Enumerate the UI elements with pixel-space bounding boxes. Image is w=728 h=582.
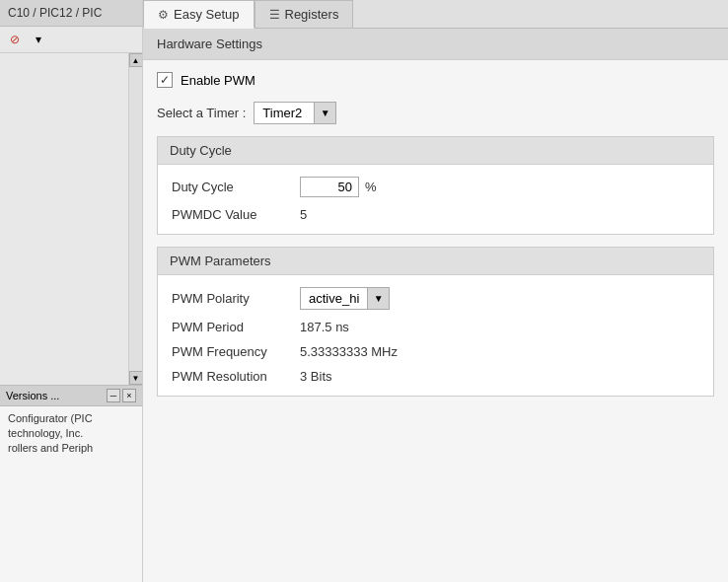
duty-cycle-body: Duty Cycle % PWMDC Value 5 [158,165,713,234]
select-timer-row: Select a Timer : Timer2 ▼ [157,102,714,124]
enable-pwm-checkbox[interactable] [157,72,173,88]
pwm-polarity-label: PWM Polarity [172,291,300,306]
hardware-settings-header: Hardware Settings [143,29,728,60]
enable-pwm-label: Enable PWM [181,73,255,88]
registers-icon: ☰ [269,8,280,22]
timer-dropdown-arrow[interactable]: ▼ [314,103,335,123]
duty-cycle-unit: % [365,180,377,194]
timer-dropdown-value: Timer2 [255,103,314,123]
pwm-resolution-value: 3 Bits [300,369,332,384]
duty-cycle-label: Duty Cycle [172,180,300,194]
tab-easy-setup-label: Easy Setup [174,7,240,22]
sidebar-scrollbar[interactable]: ▲ ▼ [128,53,142,385]
gear-icon: ⚙ [158,8,169,22]
pwm-resolution-label: PWM Resolution [172,369,300,384]
duty-cycle-row: Duty Cycle % [172,177,699,197]
versions-line1: Configurator (PIC [8,412,134,424]
pwm-parameters-box: PWM Parameters PWM Polarity active_hi ▼ … [157,247,714,397]
sidebar-top-label: C10 / PIC12 / PIC [0,0,142,27]
versions-panel: Versions ... ─ × Configurator (PIC techn… [0,385,142,582]
pwmdc-label: PWMDC Value [172,207,300,222]
polarity-dropdown[interactable]: active_hi ▼ [300,287,390,310]
tab-registers[interactable]: ☰ Registers [255,0,354,28]
pwm-parameters-body: PWM Polarity active_hi ▼ PWM Period 187.… [158,275,713,396]
select-timer-label: Select a Timer : [157,106,246,120]
tab-registers-label: Registers [285,7,339,22]
versions-title: Versions ... [6,390,59,401]
versions-titlebar: Versions ... ─ × [0,386,142,406]
pwm-period-value: 187.5 ns [300,320,349,334]
dropdown-arrow-icon[interactable]: ▾ [28,29,49,50]
pwm-frequency-label: PWM Frequency [172,344,300,359]
titlebar-controls: ─ × [107,389,136,402]
pwmdc-value: 5 [300,207,307,222]
sidebar-icon-row: ⊘ ▾ [0,27,142,53]
duty-cycle-input[interactable] [300,177,359,197]
sidebar-scroll-area: ▲ ▼ [0,53,142,385]
scroll-down-btn[interactable]: ▼ [129,371,143,385]
versions-content: Configurator (PIC technology, Inc. rolle… [0,406,142,582]
close-btn[interactable]: × [122,389,136,402]
main-content: ⚙ Easy Setup ☰ Registers Hardware Settin… [143,0,728,582]
cancel-icon[interactable]: ⊘ [4,29,26,50]
content-area: Hardware Settings Enable PWM Select a Ti… [143,29,728,582]
tab-bar: ⚙ Easy Setup ☰ Registers [143,0,728,29]
pwm-frequency-value: 5.33333333 MHz [300,344,398,359]
duty-cycle-box: Duty Cycle Duty Cycle % PWMDC Value 5 [157,136,714,235]
duty-cycle-header: Duty Cycle [158,137,713,165]
sidebar: C10 / PIC12 / PIC ⊘ ▾ ▲ ▼ Versions ... ─… [0,0,143,582]
tab-easy-setup[interactable]: ⚙ Easy Setup [143,0,255,29]
pwm-resolution-row: PWM Resolution 3 Bits [172,369,699,384]
minimize-btn[interactable]: ─ [107,389,120,402]
enable-pwm-row: Enable PWM [157,72,714,88]
pwm-frequency-row: PWM Frequency 5.33333333 MHz [172,344,699,359]
versions-line2: technology, Inc. [8,427,134,439]
pwm-period-label: PWM Period [172,320,300,334]
polarity-dropdown-value: active_hi [301,288,367,309]
pwm-period-row: PWM Period 187.5 ns [172,320,699,334]
timer-dropdown[interactable]: Timer2 ▼ [254,102,336,124]
scroll-up-btn[interactable]: ▲ [129,53,143,67]
pwm-parameters-header: PWM Parameters [158,248,713,275]
polarity-dropdown-arrow[interactable]: ▼ [367,288,389,309]
pwmdc-row: PWMDC Value 5 [172,207,699,222]
pwm-polarity-row: PWM Polarity active_hi ▼ [172,287,699,310]
settings-body: Enable PWM Select a Timer : Timer2 ▼ Dut… [143,60,728,420]
versions-line3: rollers and Periph [8,442,134,454]
